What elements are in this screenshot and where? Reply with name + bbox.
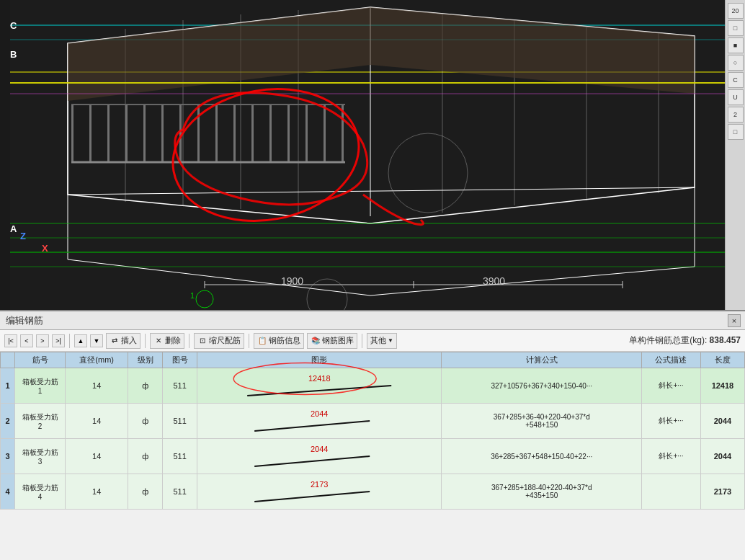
delete-button[interactable]: ✕ 删除	[150, 333, 184, 349]
svg-rect-25	[215, 105, 218, 162]
library-button[interactable]: 📚 钢筋图库	[307, 333, 357, 349]
nav-next-button[interactable]: >	[36, 334, 49, 347]
axis-z: Z	[20, 231, 26, 241]
diameter-2: 14	[66, 404, 128, 439]
svg-rect-24	[197, 105, 200, 162]
svg-rect-21	[143, 105, 146, 162]
move-up-button[interactable]: ▲	[74, 334, 87, 347]
length-3: 2044	[700, 439, 744, 474]
rebar-table-container[interactable]: 筋号 直径(mm) 级别 图号 图形 计算公式 公式描述 长度 1 箱板受力筋1…	[0, 352, 745, 539]
close-button[interactable]: ×	[728, 314, 741, 327]
col-header-grade: 级别	[128, 352, 163, 368]
svg-rect-17	[71, 105, 73, 162]
separator-4	[249, 334, 249, 348]
cad-tool-box[interactable]: □	[728, 20, 744, 36]
info-button[interactable]: 📋 钢筋信息	[254, 333, 304, 349]
table-row: 3 箱板受力筋3 14 ф 511 2044 36+285+367+548+15…	[1, 439, 745, 474]
col-header-formula: 计算公式	[442, 352, 642, 368]
cad-tool-box2[interactable]: ■	[728, 37, 744, 53]
shape-cell-2: 2044	[197, 404, 442, 439]
weight-value: 838.457	[710, 335, 741, 345]
info-icon: 📋	[257, 336, 267, 346]
axis-x: X	[42, 243, 48, 254]
rebar-name-4: 箱板受力筋4	[15, 474, 66, 510]
rebar-toolbar: |< < > >| ▲ ▼ ⇄ 插入 ✕ 删除 ⊡ 缩尺配筋 📋 钢筋信息 📚 …	[0, 330, 745, 352]
shape-cell-1: 12418	[197, 368, 442, 404]
svg-line-53	[254, 456, 370, 466]
svg-rect-23	[179, 105, 182, 162]
node-label-1: 1	[190, 291, 195, 300]
col-header-diameter: 直径(mm)	[66, 352, 128, 368]
shape-cell-3: 2044	[197, 439, 442, 474]
other-button[interactable]: 其他 ▼	[367, 333, 397, 349]
formula-3: 36+285+367+548+150-40+22···	[442, 439, 642, 474]
row-num-3: 3	[1, 439, 15, 474]
nav-last-button[interactable]: >|	[52, 334, 65, 347]
cad-tool-c[interactable]: C	[728, 72, 744, 88]
rebar-panel: 编辑钢筋 × |< < > >| ▲ ▼ ⇄ 插入 ✕ 删除 ⊡ 缩尺配筋 📋 …	[0, 310, 745, 560]
rebar-table: 筋号 直径(mm) 级别 图号 图形 计算公式 公式描述 长度 1 箱板受力筋1…	[0, 352, 745, 510]
svg-line-54	[254, 492, 370, 502]
total-weight-label: 单构件钢筋总重(kg): 838.457	[629, 334, 741, 347]
insert-icon: ⇄	[110, 336, 120, 346]
dim-label-1900: 1900	[281, 275, 303, 287]
svg-rect-18	[89, 105, 92, 162]
separator-2	[145, 334, 146, 348]
row-num-4: 4	[1, 474, 15, 510]
separator-5	[362, 334, 362, 348]
diameter-3: 14	[66, 439, 128, 474]
table-row: 1 箱板受力筋1 14 ф 511 12418	[1, 368, 745, 404]
desc-4	[642, 474, 701, 510]
fignum-2: 511	[163, 404, 197, 439]
axis-label-c: C	[10, 20, 17, 31]
scale-button[interactable]: ⊡ 缩尺配筋	[194, 333, 244, 349]
fignum-4: 511	[163, 474, 197, 510]
formula-2: 367+285+36-40+220-40+37*d+548+150	[442, 404, 642, 439]
length-2: 2044	[700, 404, 744, 439]
desc-1: 斜长+···	[642, 368, 701, 404]
dim-label-3900: 3900	[483, 275, 505, 287]
fignum-3: 511	[163, 439, 197, 474]
separator-3	[189, 334, 189, 348]
rebar-name-2: 箱板受力筋2	[15, 404, 66, 439]
col-header-length: 长度	[700, 352, 744, 368]
cad-toolbar: 20 □ ■ ○ C U 2 □	[725, 0, 745, 310]
cad-tool-u[interactable]: U	[728, 89, 744, 105]
move-down-button[interactable]: ▼	[90, 334, 103, 347]
delete-icon: ✕	[153, 336, 164, 346]
nav-prev-button[interactable]: <	[20, 334, 33, 347]
library-icon: 📚	[311, 336, 321, 346]
svg-rect-27	[251, 105, 254, 162]
rebar-name-3: 箱板受力筋3	[15, 439, 66, 474]
svg-rect-28	[269, 105, 272, 162]
panel-title: 编辑钢筋	[6, 314, 43, 327]
svg-rect-22	[161, 105, 164, 162]
svg-rect-26	[233, 105, 236, 162]
formula-4: 367+285+188-40+220-40+37*d+435+150	[442, 474, 642, 510]
diameter-1: 14	[66, 368, 128, 404]
desc-3: 斜长+···	[642, 439, 701, 474]
col-header-desc: 公式描述	[642, 352, 701, 368]
axis-label-a: A	[10, 223, 17, 234]
svg-point-51	[233, 363, 376, 395]
cad-tool-circle[interactable]: ○	[728, 55, 744, 71]
cad-tool-20[interactable]: 20	[728, 3, 744, 19]
grade-2: ф	[128, 404, 163, 439]
svg-rect-30	[305, 105, 308, 162]
cad-tool-2[interactable]: 2	[728, 107, 744, 123]
insert-button[interactable]: ⇄ 插入	[106, 333, 140, 349]
table-row: 2 箱板受力筋2 14 ф 511 2044 367+285+36-40+220…	[1, 404, 745, 439]
col-header-jin-hao: 筋号	[15, 352, 66, 368]
row-num-1: 1	[1, 368, 15, 404]
formula-1: 327+10576+367+340+150-40···	[442, 368, 642, 404]
separator-1	[69, 334, 70, 348]
panel-title-bar: 编辑钢筋 ×	[0, 311, 745, 330]
shape-cell-4: 2173	[197, 474, 442, 510]
cad-tool-last[interactable]: □	[728, 124, 744, 140]
grade-4: ф	[128, 474, 163, 510]
rebar-name-1: 箱板受力筋1	[15, 368, 66, 404]
diameter-4: 14	[66, 474, 128, 510]
nav-first-button[interactable]: |<	[4, 334, 17, 347]
grade-3: ф	[128, 439, 163, 474]
desc-2: 斜长+···	[642, 404, 701, 439]
